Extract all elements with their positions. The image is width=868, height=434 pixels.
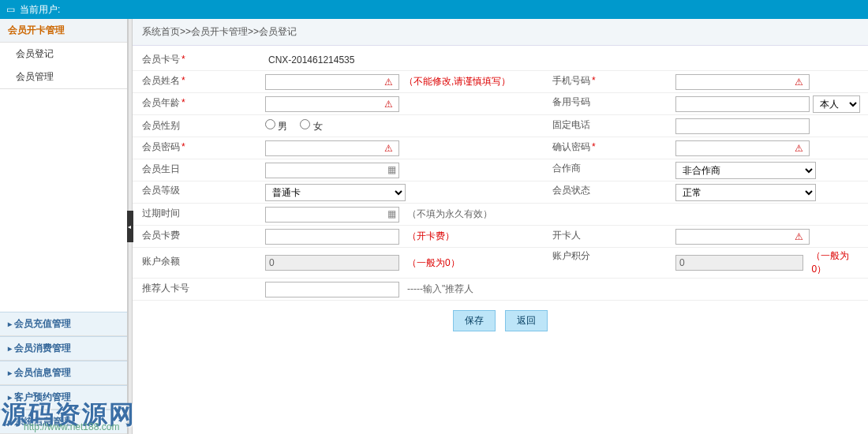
breadcrumb-home[interactable]: 系统首页 [142,26,180,37]
partner-select[interactable]: 非合作商 [675,162,816,179]
label-password: 会员密码 [142,141,180,152]
label-points: 账户积分 [552,250,590,261]
alt-phone-input[interactable] [675,96,810,112]
sidebar-section-card-mgmt[interactable]: 会员开卡管理 [0,19,127,43]
label-age: 会员年龄 [142,97,180,108]
gender-male-option[interactable]: 男 [265,119,287,133]
window-icon: ▭ [6,0,15,19]
hint-points: （一般为0） [811,249,862,276]
breadcrumb: 系统首页>>会员开卡管理>>会员登记 [133,19,868,46]
referrer-input[interactable] [265,282,399,297]
label-alt-phone: 备用号码 [552,96,590,107]
label-card-no: 会员卡号 [142,54,180,65]
label-fixed-phone: 固定电话 [552,119,590,130]
name-input[interactable] [265,74,399,90]
label-confirm-password: 确认密码 [552,141,590,152]
password-input[interactable] [265,140,399,156]
main-panel: 系统首页>>会员开卡管理>>会员登记 会员卡号* CNX-20146121453… [133,19,868,434]
label-level: 会员等级 [142,185,180,196]
sidebar-section-info[interactable]: 会员信息管理 [0,361,127,385]
sidebar-section-appoint[interactable]: 客户预约管理 [0,385,127,410]
birthday-input[interactable] [265,163,399,178]
balance-input [265,255,399,271]
gender-female-option[interactable]: 女 [300,119,322,133]
opener-input[interactable] [675,229,810,245]
value-card-no: CNX-201461214535 [265,54,354,65]
sidebar: 会员开卡管理 会员登记 会员管理 会员充值管理 会员消费管理 会员信息管理 客户… [0,19,128,434]
back-button[interactable]: 返回 [505,310,548,331]
member-form: 会员卡号* CNX-201461214535 会员姓名* （不能修改,请谨慎填写… [133,46,868,344]
age-input[interactable] [265,96,399,112]
hint-balance: （一般为0） [407,256,460,270]
sidebar-section-recharge[interactable]: 会员充值管理 [0,312,127,336]
current-user-label: 当前用户: [20,0,60,19]
sidebar-section-system[interactable]: 系统信息管理 [0,410,127,434]
card-fee-input[interactable] [265,229,399,245]
level-select[interactable]: 普通卡 [265,184,406,201]
topbar: ▭ 当前用户: [0,0,868,19]
label-card-fee: 会员卡费 [142,230,180,241]
splitter[interactable] [128,19,133,434]
mobile-input[interactable] [675,74,810,90]
hint-expire: （不填为永久有效） [407,208,492,221]
label-name: 会员姓名 [142,75,180,86]
confirm-password-input[interactable] [675,140,810,156]
save-button[interactable]: 保存 [453,310,496,331]
label-mobile: 手机号码 [552,75,590,86]
hint-name: （不能修改,请谨慎填写） [404,75,511,88]
label-partner: 合作商 [552,163,581,174]
label-status: 会员状态 [552,185,590,196]
sidebar-item-manage[interactable]: 会员管理 [0,65,127,88]
breadcrumb-page: 会员登记 [259,26,297,37]
sidebar-section-consume[interactable]: 会员消费管理 [0,336,127,361]
label-gender: 会员性别 [142,120,180,131]
breadcrumb-section[interactable]: 会员开卡管理 [191,26,248,37]
label-opener: 开卡人 [552,230,581,241]
label-expire: 过期时间 [142,208,180,219]
label-birthday: 会员生日 [142,163,180,174]
fixed-phone-input[interactable] [675,118,810,134]
label-balance: 账户余额 [142,256,180,267]
points-input [675,255,803,271]
alt-phone-relation-select[interactable]: 本人 [813,95,860,113]
status-select[interactable]: 正常 [675,184,816,201]
sidebar-item-register[interactable]: 会员登记 [0,43,127,65]
expire-input[interactable] [265,207,399,223]
label-referrer: 推荐人卡号 [142,282,189,294]
hint-card-fee: （开卡费） [407,230,455,243]
hint-referrer: -----输入"推荐人 [407,282,473,296]
splitter-handle-icon[interactable] [127,211,133,242]
